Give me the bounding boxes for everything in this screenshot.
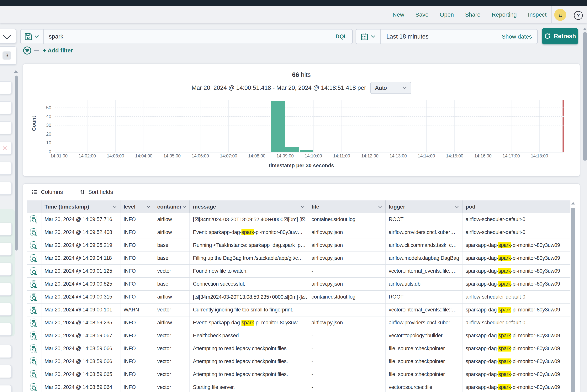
app-toolbar: NewSaveOpenShareReportingInspect a ? bbox=[0, 6, 587, 23]
clipped-field-item[interactable] bbox=[0, 182, 12, 195]
clipped-field-item[interactable] bbox=[0, 222, 12, 236]
field-count-box[interactable]: 3 bbox=[0, 46, 16, 65]
column-menu[interactable] bbox=[300, 204, 305, 209]
cell-text: [☒[34m2024-03-20T13:08:59.235+0000☒[0m] … bbox=[193, 294, 308, 300]
cell-level: INFO bbox=[120, 342, 154, 355]
expand-cell bbox=[27, 304, 42, 316]
toolbar-menu-item-share[interactable]: Share bbox=[465, 11, 480, 18]
toolbar-menu-item-reporting[interactable]: Reporting bbox=[492, 11, 517, 18]
page-scrollbar[interactable] bbox=[583, 27, 587, 392]
table-scrollbar[interactable] bbox=[570, 200, 576, 392]
column-menu[interactable] bbox=[182, 204, 187, 209]
clipped-field-item[interactable] bbox=[0, 385, 12, 392]
interval-select[interactable]: Auto bbox=[370, 82, 411, 94]
clipped-field-item[interactable] bbox=[0, 303, 12, 316]
column-header-time-timestamp-[interactable]: Time (timestamp) bbox=[42, 200, 120, 213]
column-header-container[interactable]: container bbox=[154, 200, 190, 213]
histogram-bar[interactable] bbox=[300, 150, 313, 152]
column-header-file[interactable]: file bbox=[308, 200, 386, 213]
toolbar-divider bbox=[571, 6, 572, 23]
toolbar-menu-item-save[interactable]: Save bbox=[415, 11, 428, 18]
expand-document-icon[interactable] bbox=[30, 228, 38, 237]
clipped-field-item[interactable] bbox=[0, 101, 12, 114]
table-row: Mar 20, 2024 @ 14:09:57.716INFOairflow[☒… bbox=[27, 213, 570, 226]
x-axis-tick: 14:07:00 bbox=[214, 154, 243, 158]
column-header-level[interactable]: level bbox=[120, 200, 154, 213]
show-dates-button[interactable]: Show dates bbox=[502, 33, 537, 40]
expand-document-icon[interactable] bbox=[30, 241, 38, 250]
cell-text: sparkapp-dag- bbox=[466, 346, 498, 352]
help-icon[interactable]: ? bbox=[574, 11, 583, 20]
scroll-up-icon[interactable] bbox=[14, 70, 18, 73]
cell-text: airflow-scheduler-default-0 bbox=[466, 320, 525, 326]
expand-document-icon[interactable] bbox=[30, 267, 38, 276]
table-row: Mar 20, 2024 @ 14:09:00.101WARNvectorCur… bbox=[27, 304, 570, 316]
toolbar-menu-item-new[interactable]: New bbox=[392, 11, 404, 18]
sidebar-scrollbar[interactable] bbox=[15, 76, 18, 250]
histogram-bar[interactable] bbox=[286, 147, 299, 152]
expand-document-icon[interactable] bbox=[30, 215, 38, 224]
sort-fields-button[interactable]: Sort fields bbox=[80, 189, 113, 195]
cell-time: Mar 20, 2024 @ 14:09:05.219 bbox=[42, 239, 120, 252]
column-header-message[interactable]: message bbox=[190, 200, 308, 213]
cell-time: Mar 20, 2024 @ 14:09:01.125 bbox=[42, 265, 120, 277]
expand-document-icon[interactable] bbox=[30, 383, 38, 392]
collapse-panel-button[interactable] bbox=[0, 29, 16, 44]
scroll-up-icon[interactable] bbox=[571, 202, 575, 204]
date-quick-select-button[interactable] bbox=[356, 30, 380, 44]
expand-document-icon[interactable] bbox=[30, 280, 38, 288]
cell-logger: vector::sources::file bbox=[386, 381, 462, 392]
clipped-field-item[interactable] bbox=[0, 365, 12, 378]
column-menu[interactable] bbox=[146, 204, 151, 209]
user-avatar[interactable]: a bbox=[554, 9, 566, 21]
cell-message: Filling up the DagBag from /stackable/ap… bbox=[190, 252, 308, 264]
documents-table-panel: Columns Sort fields Time (timestamp)leve… bbox=[23, 184, 580, 392]
page-scrollbar-thumb[interactable] bbox=[583, 32, 586, 160]
clipped-field-item[interactable] bbox=[0, 345, 12, 358]
expand-document-icon[interactable] bbox=[30, 254, 38, 262]
clipped-field-item[interactable] bbox=[0, 263, 12, 276]
clipped-field-item[interactable] bbox=[0, 323, 12, 336]
scroll-up-icon[interactable] bbox=[583, 28, 587, 30]
search-input[interactable]: spark bbox=[44, 33, 336, 40]
column-header-label: level bbox=[124, 204, 136, 210]
cell-level: INFO bbox=[120, 368, 154, 381]
toolbar-menu-item-open[interactable]: Open bbox=[440, 11, 454, 18]
clipped-field-item[interactable] bbox=[0, 142, 12, 154]
clipped-field-item[interactable] bbox=[0, 81, 12, 94]
column-header-pod[interactable]: pod bbox=[462, 200, 570, 213]
expand-document-icon[interactable] bbox=[30, 318, 38, 327]
grid-line bbox=[55, 125, 564, 126]
query-language-toggle[interactable]: DQL bbox=[336, 33, 352, 40]
column-header-logger[interactable]: logger bbox=[386, 200, 462, 213]
table-scrollbar-thumb[interactable] bbox=[571, 208, 575, 392]
filter-icon[interactable] bbox=[23, 46, 32, 55]
saved-query-menu-button[interactable] bbox=[20, 30, 44, 44]
expand-document-icon[interactable] bbox=[30, 332, 38, 340]
column-menu[interactable] bbox=[454, 204, 460, 209]
cell-logger: airflow.utils.db bbox=[386, 278, 462, 290]
y-axis-tick: 50 bbox=[46, 105, 51, 110]
interval-value: Auto bbox=[375, 84, 387, 91]
column-menu[interactable] bbox=[378, 204, 382, 209]
column-menu[interactable] bbox=[112, 204, 117, 209]
histogram-bar[interactable] bbox=[271, 101, 285, 152]
toolbar-menu-item-inspect[interactable]: Inspect bbox=[528, 11, 546, 18]
remove-field-icon bbox=[2, 145, 8, 152]
expand-document-icon[interactable] bbox=[30, 370, 38, 379]
expand-cell bbox=[27, 252, 42, 264]
expand-document-icon[interactable] bbox=[30, 357, 38, 366]
expand-document-icon[interactable] bbox=[30, 293, 38, 301]
clipped-field-item[interactable] bbox=[0, 243, 12, 256]
grid-line bbox=[55, 142, 564, 143]
clipped-field-item[interactable] bbox=[0, 122, 12, 134]
expand-document-icon[interactable] bbox=[30, 344, 38, 353]
expand-document-icon[interactable] bbox=[30, 306, 38, 314]
cell-pod: sparkapp-dag-spark-pi-monitor-80y3uw09 bbox=[462, 278, 570, 290]
time-range-value[interactable]: Last 18 minutes bbox=[380, 33, 502, 40]
columns-button[interactable]: Columns bbox=[32, 189, 63, 195]
refresh-button[interactable]: Refresh bbox=[542, 28, 578, 44]
add-filter-button[interactable]: + Add filter bbox=[43, 47, 73, 54]
clipped-field-item[interactable] bbox=[0, 283, 12, 296]
clipped-field-item[interactable] bbox=[0, 162, 12, 174]
